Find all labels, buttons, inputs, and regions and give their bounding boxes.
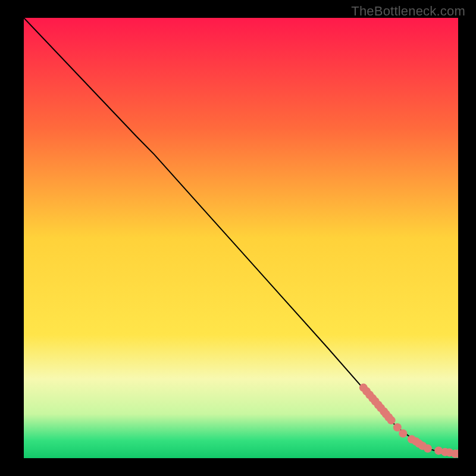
highlight-point: [387, 416, 396, 424]
chart-svg: [24, 18, 458, 458]
highlight-point: [393, 423, 402, 431]
plot-area: [24, 18, 458, 458]
chart-container: TheBottleneck.com: [0, 0, 476, 476]
highlight-point: [399, 430, 407, 438]
watermark-text: TheBottleneck.com: [351, 4, 465, 19]
gradient-background: [24, 18, 458, 458]
highlight-point: [424, 444, 432, 453]
